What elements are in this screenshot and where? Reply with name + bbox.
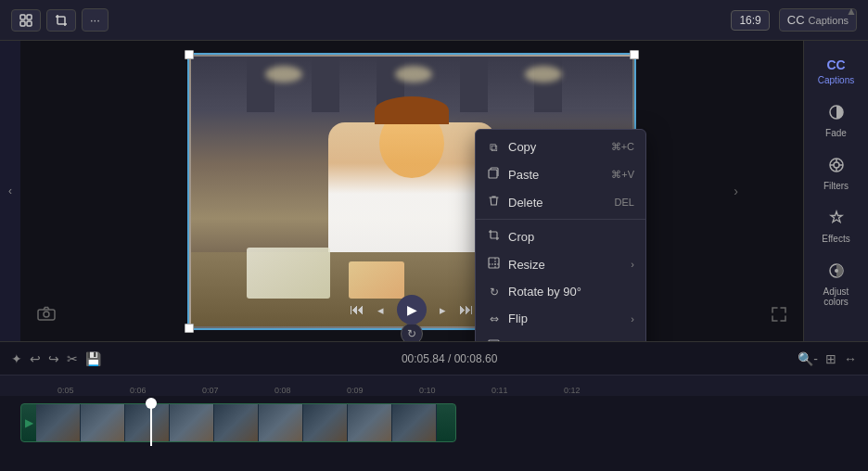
copy-icon: ⧉ [487, 141, 501, 154]
cut-tool-icon[interactable]: ✂ [67, 351, 78, 366]
context-menu-rotate[interactable]: ↻ Rotate by 90° [476, 278, 645, 305]
delete-icon [487, 195, 501, 210]
frame-forward-button[interactable]: ▸ [440, 303, 446, 317]
skip-forward-button[interactable]: ⏭ [459, 301, 474, 318]
flip-icon: ⇔ [487, 312, 501, 325]
frame-back-button[interactable]: ◂ [377, 303, 384, 317]
right-panel-adjust[interactable]: Adjust colors [810, 255, 863, 314]
zoom-in-button[interactable]: ↔ [844, 351, 857, 366]
thumb-cell-6 [259, 404, 303, 441]
playback-controls: ⏮ ◂ ▶ ▸ ⏭ [350, 295, 474, 325]
svg-rect-2 [20, 21, 25, 26]
svg-point-29 [835, 269, 838, 273]
context-menu-flip[interactable]: ⇔ Flip › [476, 305, 645, 332]
thumb-cell-8 [348, 404, 392, 441]
timeline-ruler: 0:05 0:06 0:07 0:08 0:09 0:10 0:11 0:12 [0, 376, 868, 396]
paste-icon [487, 167, 501, 182]
hair [375, 96, 449, 124]
save-icon[interactable]: 💾 [85, 351, 101, 366]
svg-rect-3 [27, 21, 32, 26]
context-menu-crop[interactable]: Crop [476, 223, 645, 250]
timeline-toolbar: ✦ ↩ ↪ ✂ 💾 00:05.84 / 00:08.60 🔍- ⊞ ↔ [0, 342, 868, 376]
svg-rect-18 [489, 340, 499, 342]
svg-rect-17 [489, 258, 499, 268]
ceiling-beam-2 [312, 57, 339, 112]
expand-timeline-button[interactable]: ▲ [846, 5, 857, 18]
context-menu-paste[interactable]: Paste ⌘+V [476, 160, 645, 188]
thumb-cell-5 [214, 404, 259, 441]
ceiling-beam-5 [534, 57, 562, 112]
refresh-icon[interactable]: ↻ [401, 323, 423, 342]
track-row-1: ▶ [0, 400, 868, 446]
ruler-mark-0:06: 0:06 [130, 386, 147, 395]
ceiling-light-1 [265, 66, 302, 83]
effects-icon [828, 210, 845, 231]
separator-1 [476, 219, 645, 220]
fullscreen-button[interactable] [772, 307, 786, 325]
fit-screen-button[interactable] [11, 9, 41, 32]
thumb-cell-7 [303, 404, 348, 441]
ceiling-light-3 [525, 66, 562, 83]
redo-button[interactable]: ↪ [48, 351, 59, 366]
context-menu-copy[interactable]: ⧉ Copy ⌘+C [476, 134, 645, 160]
ruler-mark-0:10: 0:10 [419, 386, 436, 395]
top-bar-center-tools: ··· [11, 8, 108, 32]
timeline-tools-right: 🔍- ⊞ ↔ [798, 351, 857, 366]
skip-back-button[interactable]: ⏮ [350, 301, 364, 318]
svg-point-10 [44, 312, 49, 317]
undo-button[interactable]: ↩ [30, 351, 41, 366]
thumb-cell-2 [81, 404, 125, 441]
playhead[interactable] [150, 400, 152, 446]
flip-arrow: › [631, 313, 634, 325]
bottom-section: ✦ ↩ ↪ ✂ 💾 00:05.84 / 00:08.60 🔍- ⊞ ↔ 0:0… [0, 341, 868, 471]
thumb-cell-9 [392, 404, 437, 441]
right-panel-fade[interactable]: Fade [810, 96, 863, 146]
svg-rect-0 [20, 15, 25, 19]
pip-arrow: › [631, 340, 634, 342]
timeline-time-display: 00:05.84 / 00:08.60 [402, 352, 497, 365]
svg-rect-4 [57, 17, 65, 24]
right-panel-effects[interactable]: Effects [810, 202, 863, 251]
top-bar-right: 16:9 CC Captions [731, 8, 857, 32]
context-menu-delete[interactable]: Delete DEL [476, 188, 645, 216]
left-panel-toggle[interactable]: ‹ [0, 41, 20, 341]
context-menu-pip[interactable]: Picture in picture › [476, 332, 645, 341]
filters-icon [828, 157, 845, 178]
top-bar: ··· 16:9 CC Captions [0, 0, 868, 41]
context-menu-resize[interactable]: Resize › [476, 250, 645, 278]
ceiling-beam-1 [247, 57, 274, 112]
crop-tool-button[interactable] [46, 9, 76, 32]
context-menu: ⧉ Copy ⌘+C Paste ⌘+V [475, 129, 646, 341]
zoom-fit-button[interactable]: ⊞ [825, 351, 836, 366]
video-clip[interactable]: ▶ [20, 403, 456, 442]
ruler-mark-0:09: 0:09 [347, 386, 364, 395]
rotate-icon: ↻ [487, 286, 501, 299]
right-panel-toggle[interactable]: › [734, 184, 738, 198]
ceiling-beam-4 [460, 57, 488, 112]
right-panel-captions[interactable]: CC Captions [810, 50, 863, 93]
more-tools-button[interactable]: ··· [82, 8, 108, 32]
svg-rect-11 [489, 170, 497, 178]
zoom-out-button[interactable]: 🔍- [798, 351, 818, 366]
magic-tool-icon[interactable]: ✦ [11, 351, 22, 366]
captions-icon: CC [826, 57, 845, 72]
timeline-tools-left: ✦ ↩ ↪ ✂ 💾 [11, 351, 101, 366]
ruler-mark-0:11: 0:11 [491, 386, 508, 395]
pip-icon [487, 339, 501, 342]
main-area: ‹ [0, 41, 868, 341]
svg-point-23 [834, 162, 839, 168]
adjust-colors-icon [828, 262, 845, 284]
fade-icon [828, 104, 845, 125]
clip-play-icon: ▶ [25, 416, 33, 429]
right-panel-filters[interactable]: Filters [810, 149, 863, 198]
aspect-ratio-badge[interactable]: 16:9 [731, 10, 769, 31]
resize-arrow: › [631, 259, 634, 270]
right-panel: CC Captions Fade [803, 41, 868, 341]
thumb-cell-4 [170, 404, 214, 441]
ruler-mark-0:05: 0:05 [57, 386, 74, 395]
svg-rect-12 [491, 232, 497, 238]
playhead-head [146, 398, 157, 409]
resize-icon [487, 257, 501, 272]
play-button[interactable]: ▶ [397, 295, 427, 325]
camera-button[interactable] [37, 306, 56, 325]
